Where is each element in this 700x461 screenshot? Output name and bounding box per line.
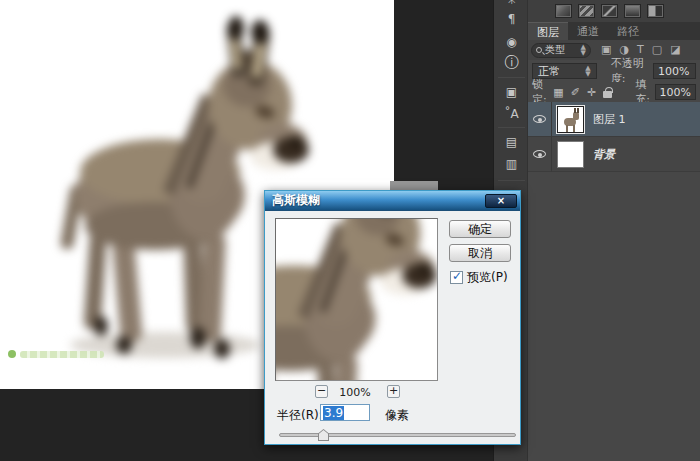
- cancel-button[interactable]: 取消: [449, 244, 511, 262]
- preset-thumbnail-icon[interactable]: [647, 4, 664, 18]
- radius-label: 半径(R):: [277, 407, 323, 424]
- layer-name[interactable]: 背景: [593, 147, 615, 162]
- watermark-dot-icon: [8, 350, 16, 358]
- tab-channels[interactable]: 通道: [568, 22, 608, 40]
- preset-thumbnail-icon[interactable]: [555, 4, 572, 18]
- blurred-donkey-image: [275, 218, 438, 381]
- lock-icon-group: ▦ ✐ ✛: [553, 86, 612, 99]
- lock-row: 锁定: ▦ ✐ ✛ 填充: 100%: [528, 82, 700, 102]
- info-panel-icon[interactable]: ⓘ: [494, 55, 529, 69]
- watermark-text: [20, 351, 104, 358]
- lock-pixels-icon[interactable]: ✐: [571, 86, 580, 99]
- ok-button[interactable]: 确定: [449, 220, 511, 238]
- visibility-toggle[interactable]: [528, 102, 552, 137]
- radius-slider[interactable]: [279, 433, 516, 437]
- slider-handle[interactable]: [318, 429, 329, 441]
- search-icon: [536, 47, 542, 53]
- preview-checkbox[interactable]: ✓: [450, 271, 463, 284]
- zoom-out-button[interactable]: −: [315, 385, 328, 398]
- kind-filter-dropdown[interactable]: 类型 ▲▼: [531, 43, 591, 58]
- preset-toolbar: [528, 0, 700, 22]
- dialog-titlebar[interactable]: 高斯模糊 ×: [265, 191, 520, 211]
- filter-icon-group: ▣ ◑ T ▢ ◪: [601, 43, 681, 57]
- visibility-toggle[interactable]: [528, 137, 552, 172]
- blur-preview-image[interactable]: [275, 218, 438, 381]
- lock-position-icon[interactable]: ✛: [587, 86, 596, 99]
- filter-smart-objects-icon[interactable]: ◪: [670, 43, 680, 57]
- eye-icon: [533, 115, 546, 123]
- preview-checkbox-row: ✓ 预览(P): [450, 269, 508, 286]
- chevron-updown-icon: ▲▼: [585, 65, 590, 77]
- filter-pixel-layers-icon[interactable]: ▣: [601, 43, 611, 57]
- dialog-title: 高斯模糊: [272, 192, 320, 209]
- layers-panel: 图层 通道 路径 类型 ▲▼ ▣ ◑ T ▢ ◪ 正常 ▲▼ 不透明度:: [528, 0, 700, 461]
- dock-divider: [498, 180, 525, 181]
- layer-name[interactable]: 图层 1: [593, 112, 626, 127]
- filter-type-layers-icon[interactable]: T: [637, 43, 644, 57]
- layer-row-background[interactable]: 背景: [528, 137, 700, 172]
- radius-value: 3.9: [323, 406, 344, 420]
- chevron-updown-icon: ▲▼: [581, 44, 586, 56]
- lock-transparency-icon[interactable]: ▦: [553, 86, 563, 99]
- radius-input[interactable]: 3.9: [320, 404, 370, 421]
- eye-icon: [533, 150, 546, 158]
- close-button[interactable]: ×: [485, 194, 517, 208]
- gaussian-blur-dialog: 高斯模糊 ×: [264, 190, 521, 445]
- blend-mode-row: 正常 ▲▼ 不透明度: 100%: [528, 60, 700, 82]
- dock-divider: [498, 77, 525, 78]
- notes-panel-icon[interactable]: ▥: [494, 157, 529, 171]
- zoom-in-button[interactable]: +: [387, 385, 400, 398]
- opacity-value[interactable]: 100%: [653, 63, 696, 79]
- panel-tabs: 图层 通道 路径: [528, 22, 700, 40]
- tab-paths[interactable]: 路径: [608, 22, 648, 40]
- filter-shape-layers-icon[interactable]: ▢: [652, 43, 662, 57]
- dock-divider: [498, 127, 525, 128]
- fill-value[interactable]: 100%: [655, 84, 696, 100]
- glyphs-panel-icon[interactable]: ˚A: [494, 107, 529, 121]
- paragraph-panel-icon[interactable]: ¶: [494, 12, 529, 26]
- preset-thumbnail-icon[interactable]: [578, 4, 595, 18]
- filter-adjustment-layers-icon[interactable]: ◑: [619, 43, 629, 57]
- radius-unit-label: 像素: [385, 407, 409, 424]
- histogram-panel-icon[interactable]: ▤: [494, 135, 529, 149]
- kind-filter-label: 类型: [545, 43, 565, 57]
- layer-list: 图层 1 背景: [528, 102, 700, 172]
- clone-source-panel-icon[interactable]: ▣: [494, 85, 529, 99]
- layer-thumbnail[interactable]: [557, 141, 584, 168]
- character-styles-panel-icon[interactable]: ◉: [494, 35, 529, 49]
- preset-thumbnail-icon[interactable]: [601, 4, 618, 18]
- zoom-level: 100%: [331, 386, 379, 399]
- brush-presets-panel-icon[interactable]: ✳: [494, 0, 529, 7]
- lock-all-icon[interactable]: [603, 91, 612, 98]
- layer-row-donkey[interactable]: 图层 1: [528, 102, 700, 137]
- checkmark-icon: ✓: [452, 269, 462, 283]
- tab-layers[interactable]: 图层: [528, 22, 568, 40]
- preview-checkbox-label: 预览(P): [467, 269, 508, 286]
- watermark: [8, 350, 104, 358]
- photoshop-ui: ✳ ¶ ◉ ⓘ ▣ ˚A ▤ ▥ 图层 通道 路径 类型 ▲▼: [0, 0, 700, 461]
- preset-thumbnail-icon[interactable]: [624, 4, 641, 18]
- layer-thumbnail[interactable]: [557, 106, 584, 133]
